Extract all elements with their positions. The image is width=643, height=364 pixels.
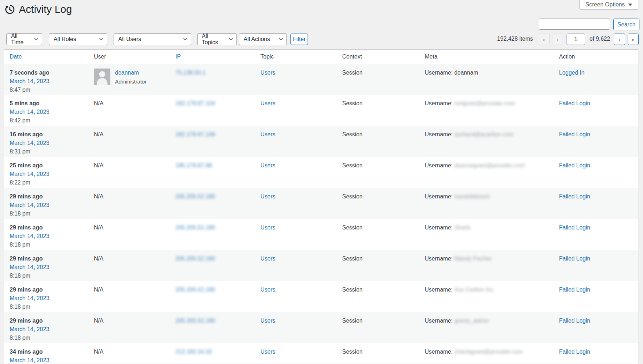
ip-link[interactable]: 205.205.52.180: [175, 254, 215, 263]
time-text: 8:42 pm: [10, 116, 90, 125]
relative-time-text: 25 mins ago: [10, 161, 90, 170]
meta-value: tonigrant@provider.com: [454, 99, 515, 108]
next-page-button[interactable]: ›: [614, 34, 625, 45]
topic-link[interactable]: Users: [260, 131, 275, 137]
ip-link[interactable]: 182.178.87.104: [175, 99, 215, 108]
action-link[interactable]: Failed Login: [559, 224, 590, 231]
date-cell: 16 mins ago March 14, 2023 8:31 pm: [4, 126, 94, 157]
meta-cell: Username: Ace Carlton Inc: [425, 281, 559, 312]
user-role: Administrator: [115, 78, 146, 85]
time-text: 8:18 pm: [10, 334, 90, 342]
actions-filter-select[interactable]: All Actions: [239, 33, 287, 45]
meta-value: hazelsfelmont: [454, 192, 490, 201]
context-cell: Session: [342, 343, 425, 364]
ip-link[interactable]: 185.178.87.88: [175, 161, 212, 170]
meta-label: Username:: [425, 100, 453, 106]
topic-link[interactable]: Users: [260, 256, 275, 262]
action-link[interactable]: Failed Login: [559, 318, 590, 324]
current-page-input[interactable]: [567, 34, 585, 45]
time-filter-select[interactable]: All Time: [6, 33, 42, 45]
topic-link[interactable]: Users: [260, 349, 275, 355]
chevron-down-icon: [99, 37, 104, 41]
action-link[interactable]: Failed Login: [559, 162, 590, 168]
filter-button[interactable]: Filter: [290, 34, 308, 45]
topics-filter-select[interactable]: All Topics: [197, 33, 237, 45]
date-link[interactable]: March 14, 2023: [10, 77, 90, 86]
meta-label: Username:: [425, 256, 453, 262]
action-link[interactable]: Failed Login: [559, 100, 590, 106]
date-link[interactable]: March 14, 2023: [10, 356, 90, 364]
column-header-topic: Topic: [260, 50, 342, 64]
activity-row: 25 mins ago March 14, 2023 8:22 pm N/A 1…: [4, 157, 638, 188]
meta-cell: Username: shanlagrant@provider.com: [425, 343, 559, 364]
context-cell: Session: [342, 188, 425, 219]
search-button[interactable]: Search: [613, 19, 639, 30]
meta-label: Username:: [425, 131, 453, 137]
action-link[interactable]: Failed Login: [559, 287, 590, 293]
topic-link[interactable]: Users: [260, 287, 275, 293]
date-cell: 34 mins ago March 14, 2023: [4, 343, 94, 364]
relative-time-text: 29 mins ago: [10, 317, 90, 325]
ip-link[interactable]: 205.205.52.180: [175, 223, 215, 232]
chevron-down-icon: [34, 37, 39, 41]
roles-filter-value: All Roles: [54, 36, 76, 42]
topic-cell: Users: [260, 126, 342, 157]
sort-by-date-link[interactable]: Date: [10, 54, 22, 60]
sort-by-ip-link[interactable]: IP: [175, 54, 181, 60]
roles-filter-select[interactable]: All Roles: [49, 33, 107, 45]
last-page-button[interactable]: »: [628, 34, 639, 45]
action-link[interactable]: Failed Login: [559, 256, 590, 262]
no-user-text: N/A: [94, 224, 104, 231]
date-link[interactable]: March 14, 2023: [10, 201, 90, 209]
user-link[interactable]: deannam: [115, 69, 146, 77]
users-filter-select[interactable]: All Users: [114, 33, 191, 45]
topic-link[interactable]: Users: [260, 318, 275, 324]
action-cell: Failed Login: [559, 219, 638, 250]
meta-cell: Username: granty_admin: [425, 312, 559, 343]
action-link[interactable]: Failed Login: [559, 349, 590, 355]
activity-row: 34 mins ago March 14, 2023 N/A 212.182.2…: [4, 343, 638, 364]
search-input[interactable]: [539, 19, 610, 30]
meta-value: rpshand@acarlton.com: [454, 130, 514, 139]
date-link[interactable]: March 14, 2023: [10, 325, 90, 334]
topic-link[interactable]: Users: [260, 193, 275, 199]
time-text: 8:18 pm: [10, 241, 90, 249]
topic-link[interactable]: Users: [260, 224, 275, 231]
topics-filter-value: All Topics: [202, 33, 226, 46]
ip-link[interactable]: 182.178.87.106: [175, 130, 215, 139]
date-link[interactable]: March 14, 2023: [10, 170, 90, 178]
action-link[interactable]: Logged In: [559, 70, 584, 76]
date-link[interactable]: March 14, 2023: [10, 263, 90, 272]
ip-link[interactable]: 205.205.52.180: [175, 317, 215, 325]
topic-link[interactable]: Users: [260, 100, 275, 106]
screen-options-button[interactable]: Screen Options: [579, 0, 638, 10]
action-link[interactable]: Failed Login: [559, 131, 590, 137]
ip-link[interactable]: 205.205.52.180: [175, 192, 215, 201]
action-cell: Failed Login: [559, 157, 638, 188]
time-text: 8:18 pm: [10, 303, 90, 311]
action-cell: Failed Login: [559, 343, 638, 364]
topic-link[interactable]: Users: [260, 70, 275, 76]
context-text: Session: [342, 349, 363, 355]
ip-cell: 205.205.52.180: [175, 219, 260, 250]
context-cell: Session: [342, 157, 425, 188]
action-link[interactable]: Failed Login: [559, 193, 590, 199]
topic-cell: Users: [260, 95, 342, 126]
user-cell: deannamAdministrator: [94, 64, 175, 95]
ip-link[interactable]: 205.205.52.180: [175, 285, 215, 294]
topic-link[interactable]: Users: [260, 162, 275, 168]
meta-label: Username:: [425, 193, 453, 199]
date-link[interactable]: March 14, 2023: [10, 139, 90, 147]
ip-cell: 185.178.87.88: [175, 157, 260, 188]
ip-link[interactable]: 212.182.24.32: [175, 348, 212, 356]
meta-cell: Username: Sharls: [425, 219, 559, 250]
topic-cell: Users: [260, 343, 342, 364]
date-link[interactable]: March 14, 2023: [10, 232, 90, 241]
date-link[interactable]: March 14, 2023: [10, 108, 90, 116]
column-header-action: Action: [559, 50, 638, 64]
date-link[interactable]: March 14, 2023: [10, 294, 90, 303]
total-pages-label: of 9,622: [589, 36, 610, 42]
time-filter-value: All Time: [11, 33, 31, 46]
meta-cell: Username: hazelsfelmont: [425, 188, 559, 219]
ip-link[interactable]: 75.138.50.1: [175, 69, 206, 77]
